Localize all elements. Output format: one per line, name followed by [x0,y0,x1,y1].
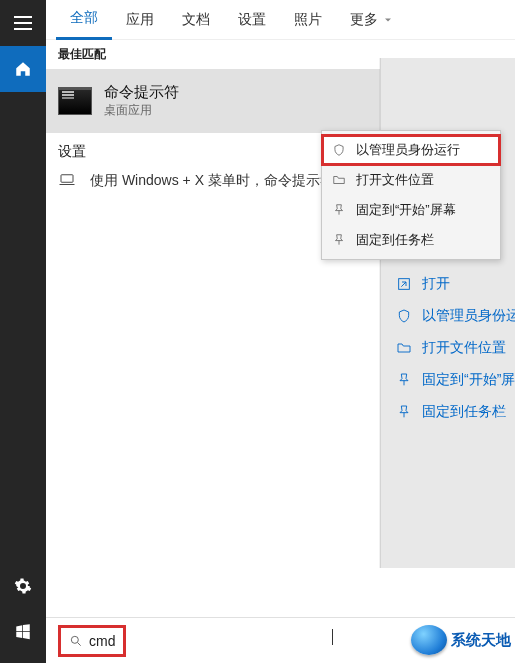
ctx-pin-taskbar[interactable]: 固定到任务栏 [322,225,500,255]
tab-apps[interactable]: 应用 [112,0,168,40]
tab-all[interactable]: 全部 [56,0,112,40]
gear-icon [14,577,32,595]
panel-open[interactable]: 打开 [396,268,515,300]
ctx-pin-start[interactable]: 固定到“开始”屏幕 [322,195,500,225]
ctx-run-admin-label: 以管理员身份运行 [356,141,460,159]
text-cursor [332,629,333,645]
folder-icon [396,340,412,356]
panel-run-admin[interactable]: 以管理员身份运行 [396,300,515,332]
result-subtitle: 桌面应用 [104,102,179,119]
search-bar: cmd 系统天地 [46,617,515,663]
search-value: cmd [89,633,115,649]
ctx-open-location-label: 打开文件位置 [356,171,434,189]
start-button[interactable] [0,609,46,655]
panel-open-location-label: 打开文件位置 [422,339,506,357]
watermark-text: 系统天地 [451,631,511,650]
panel-open-label: 打开 [422,275,450,293]
panel-pin-start[interactable]: 固定到“开始”屏幕 [396,364,515,396]
tab-photos[interactable]: 照片 [280,0,336,40]
cmd-icon [58,87,92,115]
home-button[interactable] [0,46,46,92]
tab-settings[interactable]: 设置 [224,0,280,40]
svg-point-2 [71,636,78,643]
panel-run-admin-label: 以管理员身份运行 [422,307,515,325]
watermark: 系统天地 [411,625,511,655]
category-tabs: 全部 应用 文档 设置 照片 更多 [46,0,515,40]
panel-pin-taskbar-label: 固定到任务栏 [422,403,506,421]
laptop-icon [58,173,76,187]
tab-more[interactable]: 更多 [336,0,408,40]
ctx-pin-start-label: 固定到“开始”屏幕 [356,201,456,219]
context-menu: 以管理员身份运行 打开文件位置 固定到“开始”屏幕 固定到任务栏 [321,130,501,260]
chevron-down-icon [382,14,394,26]
pin-taskbar-icon [396,404,412,420]
hamburger-icon [14,16,32,30]
pin-start-icon [396,372,412,388]
taskbar-rail [0,0,46,663]
tab-docs[interactable]: 文档 [168,0,224,40]
ctx-pin-taskbar-label: 固定到任务栏 [356,231,434,249]
globe-icon [411,625,447,655]
search-input[interactable]: cmd [58,625,126,657]
ctx-open-location[interactable]: 打开文件位置 [322,165,500,195]
result-title: 命令提示符 [104,83,179,102]
ctx-run-admin[interactable]: 以管理员身份运行 [322,135,500,165]
pin-start-icon [332,203,346,217]
settings-rail-button[interactable] [0,563,46,609]
tab-more-label: 更多 [350,11,378,29]
shield-icon [396,308,412,324]
pin-taskbar-icon [332,233,346,247]
panel-pin-start-label: 固定到“开始”屏幕 [422,371,515,389]
panel-pin-taskbar[interactable]: 固定到任务栏 [396,396,515,428]
folder-icon [332,173,346,187]
windows-icon [14,623,32,641]
home-icon [14,60,32,78]
open-icon [396,276,412,292]
search-pane: 全部 应用 文档 设置 照片 更多 最佳匹配 命令提示符 桌面应用 [46,0,515,663]
menu-button[interactable] [0,0,46,46]
panel-open-location[interactable]: 打开文件位置 [396,332,515,364]
search-icon [69,634,83,648]
svg-rect-0 [61,175,73,183]
shield-icon [332,143,346,157]
